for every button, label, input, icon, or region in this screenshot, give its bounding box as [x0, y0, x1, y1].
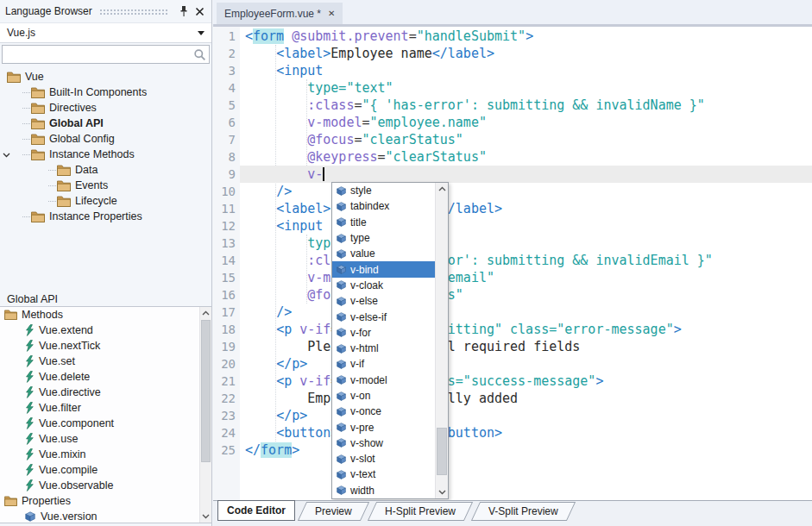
code-line-18[interactable]: 18 <p v-if="error && submitting" class="… [213, 321, 812, 338]
code-line-15[interactable]: 15 v-model="employee.email" [213, 269, 812, 286]
sidebar-item-global-config[interactable]: Global Config [0, 131, 211, 147]
api-item-vue-extend[interactable]: Vue.extend [0, 322, 211, 338]
autocomplete-item-v-show[interactable]: v-show [332, 435, 448, 451]
code-line-17[interactable]: 17 /> [213, 304, 812, 321]
sidebar-item-events[interactable]: Events [0, 178, 211, 193]
method-icon [24, 324, 35, 336]
pin-icon[interactable] [177, 4, 191, 18]
autocomplete-item-tabindex[interactable]: tabindex [332, 198, 448, 214]
sidebar-item-built-in-components[interactable]: Built-In Components [0, 85, 211, 100]
api-item-vue-filter[interactable]: Vue.filter [0, 400, 211, 416]
api-item-vue-mixin[interactable]: Vue.mixin [0, 447, 211, 462]
code-line-22[interactable]: 22 Employee successfully added [213, 390, 812, 407]
autocomplete-item-v-cloak[interactable]: v-cloak [332, 278, 448, 293]
code-line-2[interactable]: 2 <label>Employee name</label> [213, 45, 812, 62]
autocomplete-item-v-model[interactable]: v-model [332, 373, 448, 388]
api-item-vue-delete[interactable]: Vue.delete [0, 369, 211, 385]
api-item-methods[interactable]: Methods [0, 307, 211, 322]
sidebar-item-vue[interactable]: Vue [0, 69, 211, 85]
sidebar-item-global-api[interactable]: Global API [0, 116, 211, 131]
autocomplete-item-type[interactable]: type [332, 230, 448, 246]
drag-grip-dots[interactable] [99, 9, 168, 16]
api-item-vue-set[interactable]: Vue.set [0, 354, 211, 369]
sidebar-item-lifecycle[interactable]: Lifecycle [0, 193, 211, 209]
api-item-vue-directive[interactable]: Vue.directive [0, 385, 211, 400]
code-line-10[interactable]: 10 /> [213, 183, 812, 200]
code-line-24[interactable]: 24 <button>Add Employee</button> [213, 424, 812, 441]
scroll-up-icon[interactable] [200, 307, 211, 319]
autocomplete-item-v-on[interactable]: v-on [332, 388, 448, 404]
tree-search-input[interactable] [3, 47, 193, 61]
api-panel-header: Global API [0, 292, 211, 306]
api-item-vue-nexttick[interactable]: Vue.nextTick [0, 338, 211, 354]
autocomplete-item-title[interactable]: title [332, 215, 448, 230]
autocomplete-item-v-for[interactable]: v-for [332, 325, 448, 341]
scrollbar-thumb[interactable] [437, 428, 447, 475]
code-line-20[interactable]: 20 </p> [213, 355, 812, 373]
line-number: 11 [213, 200, 236, 217]
code-line-14[interactable]: 14 :class="{ 'has-error': submitting && … [213, 252, 812, 269]
code-line-7[interactable]: 7 @focus="clearStatus" [213, 131, 812, 148]
code-line-12[interactable]: 12 <input [213, 217, 812, 235]
autocomplete-item-v-once[interactable]: v-once [332, 404, 448, 419]
autocomplete-item-v-text[interactable]: v-text [332, 467, 448, 482]
autocomplete-item-v-if[interactable]: v-if [332, 356, 448, 372]
tab-preview[interactable]: Preview [298, 502, 369, 521]
code-line-5[interactable]: 5 :class="{ 'has-error': submitting && i… [213, 97, 812, 114]
autocomplete-item-v-else-if[interactable]: v-else-if [332, 309, 448, 324]
tab-h-split-preview[interactable]: H-Split Preview [368, 502, 473, 521]
tab-code-editor[interactable]: Code Editor [217, 500, 295, 521]
autocomplete-item-value[interactable]: value [332, 246, 448, 261]
autocomplete-item-v-bind[interactable]: v-bind [332, 261, 448, 277]
code-line-9[interactable]: 9 v- [213, 166, 812, 183]
api-item-vue-component[interactable]: Vue.component [0, 416, 211, 431]
property-icon [336, 296, 347, 307]
code-line-23[interactable]: 23 </p> [213, 407, 812, 424]
code-line-11[interactable]: 11 <label>Employee Email</label> [213, 200, 812, 217]
code-token: <label> [276, 46, 330, 61]
autocomplete-item-v-slot[interactable]: v-slot [332, 451, 448, 467]
api-item-vue-version[interactable]: Vue.version [0, 509, 211, 524]
code-line-21[interactable]: 21 <p v-if="success" class="success-mess… [213, 373, 812, 390]
scroll-up-icon[interactable] [436, 183, 448, 195]
tree-item-label: Events [75, 179, 108, 191]
code-line-8[interactable]: 8 @keypress="clearStatus" [213, 148, 812, 166]
close-tab-icon[interactable]: ✕ [328, 9, 335, 18]
library-select[interactable]: Vue.js [0, 22, 211, 43]
api-list-scrollbar[interactable] [199, 307, 211, 523]
sidebar-item-directives[interactable]: Directives [0, 100, 211, 116]
autocomplete-item-v-html[interactable]: v-html [332, 341, 448, 356]
sidebar-item-instance-methods[interactable]: Instance Methods [0, 147, 211, 162]
autocomplete-item-style[interactable]: style [332, 183, 448, 198]
code-token: v-model [307, 115, 362, 130]
sidebar-item-data[interactable]: Data [0, 162, 211, 178]
code-line-1[interactable]: 1<form @submit.prevent="handleSubmit"> [213, 28, 812, 45]
scroll-down-icon[interactable] [200, 510, 211, 523]
api-item-vue-observable[interactable]: Vue.observable [0, 478, 211, 493]
code-line-16[interactable]: 16 @focus="clearStatus" [213, 286, 812, 304]
code-line-3[interactable]: 3 <input [213, 62, 812, 79]
tab-employeeform-vue[interactable]: EmployeeForm.vue * ✕ [217, 3, 343, 24]
api-item-vue-use[interactable]: Vue.use [0, 431, 211, 447]
code-line-13[interactable]: 13 type="text" [213, 235, 812, 252]
code-editor-surface[interactable]: 1<form @submit.prevent="handleSubmit">2 … [213, 27, 812, 500]
code-token: class="error-message" [510, 322, 674, 337]
api-item-properties[interactable]: Properties [0, 493, 211, 509]
code-line-6[interactable]: 6 v-model="employee.name" [213, 114, 812, 131]
scrollbar-thumb[interactable] [201, 320, 211, 462]
autocomplete-item-v-else[interactable]: v-else [332, 293, 448, 309]
autocomplete-item-width[interactable]: width [332, 483, 448, 498]
code-line-25[interactable]: 25</form> [213, 441, 812, 459]
code-line-4[interactable]: 4 type="text" [213, 79, 812, 97]
scroll-down-icon[interactable] [436, 486, 448, 498]
sidebar-item-instance-properties[interactable]: Instance Properties [0, 209, 211, 224]
autocomplete-scrollbar[interactable] [435, 183, 448, 498]
api-item-vue-compile[interactable]: Vue.compile [0, 462, 211, 478]
tree-connector [48, 185, 56, 186]
close-panel-icon[interactable] [192, 4, 206, 18]
code-line-19[interactable]: 19 Please fill out all required fields [213, 338, 812, 355]
api-item-label: Vue.use [39, 433, 78, 445]
code-token: /> [276, 184, 292, 199]
tab-v-split-preview[interactable]: V-Split Preview [471, 502, 576, 521]
autocomplete-item-v-pre[interactable]: v-pre [332, 419, 448, 435]
